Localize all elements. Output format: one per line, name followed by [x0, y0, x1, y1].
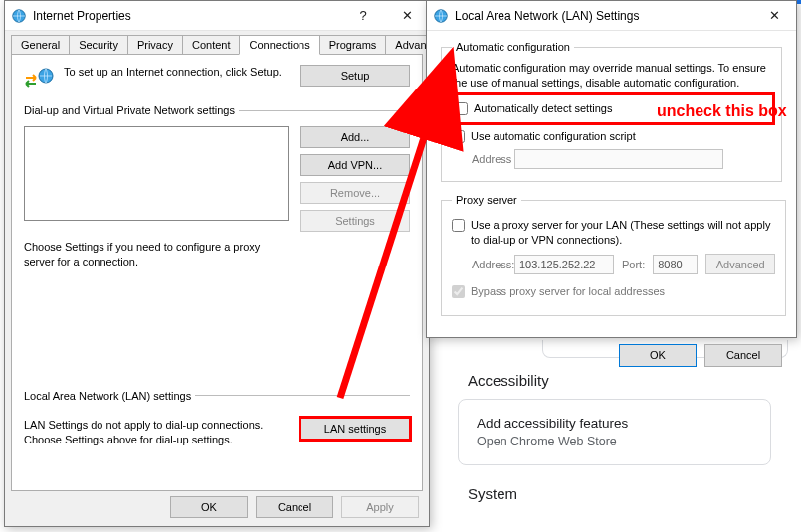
proxy-port-label: Port:: [622, 259, 645, 270]
chrome-accessibility-heading: Accessibility: [468, 372, 771, 389]
ip-tabs: General Security Privacy Content Connect…: [11, 35, 423, 55]
auto-detect-label: Automatically detect settings: [474, 101, 612, 116]
chrome-card-subtitle: Open Chrome Web Store: [477, 435, 752, 448]
connection-settings-button: Settings: [300, 210, 410, 232]
proxy-legend: Proxy server: [452, 194, 521, 206]
lan-dialog-icon: [433, 8, 449, 24]
bypass-checkbox: [452, 285, 465, 298]
use-proxy-label: Use a proxy server for your LAN (These s…: [471, 218, 775, 248]
ip-ok-button[interactable]: OK: [170, 496, 248, 518]
tab-privacy[interactable]: Privacy: [127, 35, 183, 55]
lan-settings-dialog: Local Area Network (LAN) Settings ✕ Auto…: [426, 0, 797, 338]
chrome-accessibility-card[interactable]: Add accessibility features Open Chrome W…: [458, 399, 771, 465]
lan-close-button[interactable]: ✕: [752, 1, 796, 30]
lan-title: Local Area Network (LAN) Settings: [455, 9, 752, 23]
use-proxy-checkbox[interactable]: [452, 219, 465, 232]
dialup-help-text: Choose Settings if you need to configure…: [24, 240, 283, 270]
remove-button: Remove...: [300, 182, 410, 204]
script-address-label: Address: [452, 153, 506, 165]
connections-panel: To set up an Internet connection, click …: [11, 54, 423, 491]
tab-general[interactable]: General: [11, 35, 70, 55]
proxy-advanced-button: Advanced: [705, 254, 775, 274]
chrome-settings-background: Accessibility Add accessibility features…: [428, 338, 801, 532]
auto-script-label: Use automatic configuration script: [471, 129, 636, 144]
auto-script-row[interactable]: Use automatic configuration script: [452, 129, 771, 144]
auto-detect-checkbox[interactable]: [455, 102, 468, 115]
ip-titlebar: Internet Properties ? ✕: [5, 1, 429, 31]
setup-text: To set up an Internet connection, click …: [64, 65, 291, 80]
auto-script-checkbox[interactable]: [452, 130, 465, 143]
ip-help-button[interactable]: ?: [341, 1, 385, 30]
auto-config-legend: Automatic configuration: [452, 41, 574, 53]
bypass-label: Bypass proxy server for local addresses: [471, 284, 665, 299]
ip-bottom-buttons: OK Cancel Apply: [170, 496, 419, 518]
add-button[interactable]: Add...: [300, 126, 410, 148]
lan-help-text: LAN Settings do not apply to dial-up con…: [24, 418, 289, 448]
use-proxy-row[interactable]: Use a proxy server for your LAN (These s…: [452, 218, 775, 248]
bypass-row: Bypass proxy server for local addresses: [452, 284, 775, 299]
proxy-address-label: Address:: [452, 259, 506, 270]
lan-legend: Local Area Network (LAN) settings: [24, 390, 195, 402]
proxy-port-input: [653, 255, 698, 274]
tab-programs[interactable]: Programs: [319, 35, 387, 55]
setup-button[interactable]: Setup: [300, 65, 410, 87]
annotation-text: uncheck this box: [657, 102, 787, 120]
connection-wizard-icon: [24, 65, 54, 90]
ip-cancel-button[interactable]: Cancel: [256, 496, 333, 518]
dialup-listbox[interactable]: [24, 126, 289, 221]
auto-config-desc: Automatic configuration may override man…: [452, 61, 771, 90]
internet-options-icon: [11, 8, 27, 24]
proxy-group: Proxy server Use a proxy server for your…: [441, 194, 786, 316]
dialup-legend: Dial-up and Virtual Private Network sett…: [24, 104, 239, 116]
tab-security[interactable]: Security: [69, 35, 128, 55]
lan-titlebar: Local Area Network (LAN) Settings ✕: [427, 1, 796, 31]
lan-group: Local Area Network (LAN) settings LAN Se…: [24, 390, 410, 448]
add-vpn-button[interactable]: Add VPN...: [300, 154, 410, 176]
ip-title: Internet Properties: [33, 9, 341, 23]
lan-settings-button[interactable]: LAN settings: [300, 418, 410, 440]
internet-properties-dialog: Internet Properties ? ✕ General Security…: [4, 0, 430, 527]
chrome-system-heading: System: [468, 485, 771, 502]
ip-close-button[interactable]: ✕: [385, 1, 429, 30]
tab-content[interactable]: Content: [182, 35, 241, 55]
script-address-input: [514, 149, 723, 169]
tab-connections[interactable]: Connections: [239, 35, 319, 55]
chrome-card-title: Add accessibility features: [477, 416, 752, 431]
ip-apply-button: Apply: [341, 496, 419, 518]
proxy-address-input: [514, 255, 614, 274]
dialup-group: Dial-up and Virtual Private Network sett…: [24, 104, 410, 270]
